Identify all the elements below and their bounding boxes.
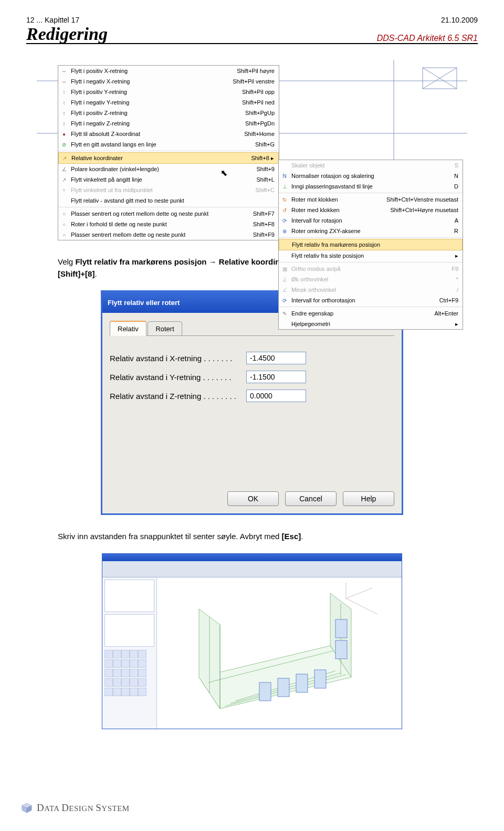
input-x[interactable] bbox=[246, 352, 306, 364]
menu-icon: ↔ bbox=[59, 67, 69, 75]
menu-item[interactable]: ↔Flytt i negativ X-retningShift+Pil vens… bbox=[58, 76, 279, 87]
menu-icon: ↗ bbox=[59, 175, 69, 184]
menu-shortcut: Shift+8 ▸ bbox=[251, 155, 274, 162]
menu-item[interactable]: ↕Flytt i negativ Z-retningShift+PgDn bbox=[58, 118, 279, 129]
menu-item[interactable]: ↗Relative koordinaterShift+8 ▸ bbox=[58, 152, 279, 164]
menu-label: Flytt i negativ X-retning bbox=[71, 78, 233, 85]
menu-label: Intervall for rotasjon bbox=[291, 217, 455, 224]
menu-icon: ∠ bbox=[280, 286, 289, 294]
menu-shortcut: Shift+PgUp bbox=[245, 110, 275, 116]
menu-item: ×Flytt vinkelrett ut fra midtpunktetShif… bbox=[58, 185, 279, 195]
menu-label: Flytt i positiv X-retning bbox=[71, 68, 237, 74]
menu-item[interactable]: ⟳Intervall for rotasjonA bbox=[279, 215, 463, 226]
header-right: 21.10.2009 bbox=[441, 16, 478, 24]
menu-icon: ○ bbox=[59, 220, 69, 228]
svg-rect-16 bbox=[259, 682, 271, 701]
cube-icon bbox=[21, 802, 33, 814]
context-submenu: Skaler objektSNNormaliser rotasjon og sk… bbox=[278, 160, 463, 330]
menu-item[interactable]: Hjelpegeometri▸ bbox=[279, 319, 463, 329]
menu-shortcut: N bbox=[454, 173, 458, 179]
menu-item[interactable]: ↕Flytt i positiv Y-retningShift+Pil opp bbox=[58, 87, 279, 97]
svg-rect-20 bbox=[335, 640, 347, 659]
menu-label: Flytt vinkelrett ut fra midtpunktet bbox=[71, 187, 256, 193]
menu-item[interactable]: ⟳Intervall for orthorotasjonCtrl+F9 bbox=[279, 295, 463, 306]
menu-icon: ∠ bbox=[59, 165, 69, 173]
menu-shortcut: * bbox=[456, 276, 458, 282]
menu-label: Ortho modus av/på bbox=[291, 266, 452, 272]
menu-shortcut: Alt+Enter bbox=[434, 310, 458, 317]
menu-label: Flytt relativ fra markørens posisjon bbox=[292, 241, 458, 248]
menu-item[interactable]: Flytt relativ fra siste posisjon▸ bbox=[279, 250, 463, 261]
svg-rect-18 bbox=[296, 674, 308, 692]
menu-shortcut: Shift+C bbox=[256, 187, 275, 193]
label-z: Relativ avstand i Z-retning . . . . . . … bbox=[110, 392, 246, 401]
menu-item[interactable]: ⊥Inngi plasseringsavstand til linjeD bbox=[279, 181, 463, 192]
menu-icon bbox=[280, 161, 289, 170]
menu-item[interactable]: ⊘Flytt en gitt avstand langs en linjeShi… bbox=[58, 139, 279, 150]
ok-button[interactable]: OK bbox=[227, 491, 279, 506]
menu-item[interactable]: ↗Flytt vinkelrett på angitt linjeShift+L bbox=[58, 174, 279, 185]
label-x: Relativ avstand i X-retning . . . . . . … bbox=[110, 354, 246, 363]
menu-shortcut: Shift+L bbox=[256, 176, 275, 183]
menu-label: Polare koordinater (vinkel+lengde) bbox=[71, 166, 256, 172]
menu-label: Flytt vinkelrett på angitt linje bbox=[71, 176, 256, 183]
dialog-title: Flytt relativ eller rotert bbox=[108, 299, 180, 307]
svg-line-4 bbox=[423, 68, 457, 89]
menu-item[interactable]: Flytt relativ fra markørens posisjon bbox=[279, 239, 463, 250]
menu-label: Intervall for orthorotasjon bbox=[291, 297, 439, 303]
menu-shortcut: Shift+F9 bbox=[253, 232, 275, 238]
input-y[interactable] bbox=[246, 371, 306, 383]
menu-label: Endre egenskap bbox=[291, 310, 434, 317]
menu-shortcut: R bbox=[454, 228, 458, 234]
menu-icon: ↕ bbox=[59, 98, 69, 107]
menu-icon bbox=[280, 251, 289, 260]
menu-shortcut: Shift+Ctrl+Høyre musetast bbox=[390, 207, 458, 213]
menu-item: ∠Minsk orthovinkel/ bbox=[279, 285, 463, 295]
menu-item[interactable]: ∠Polare koordinater (vinkel+lengde)Shift… bbox=[58, 164, 279, 174]
menu-shortcut: Shift+F8 bbox=[253, 221, 275, 227]
menu-icon: ↗ bbox=[60, 154, 69, 162]
menu-item[interactable]: ✎Endre egenskapAlt+Enter bbox=[279, 308, 463, 319]
menu-item[interactable]: ○Plasser sentrert og rotert mellom dette… bbox=[58, 208, 279, 219]
instruction-2: Skriv inn avstanden fra snappunktet til … bbox=[58, 531, 446, 543]
menu-label: Roter omkring ZXY-aksene bbox=[291, 228, 454, 234]
context-menu-move: ↔Flytt i positiv X-retningShift+Pil høyr… bbox=[58, 65, 279, 240]
tab-relativ[interactable]: Relativ bbox=[110, 321, 146, 336]
menu-label: Flytt til absolutt Z-koordinat bbox=[71, 131, 244, 137]
menu-item[interactable]: ↺Roter med klokkenShift+Ctrl+Høyre muset… bbox=[279, 205, 463, 215]
menu-item[interactable]: ●Flytt til absolutt Z-koordinatShift+Hom… bbox=[58, 129, 279, 139]
menu-item[interactable]: ○Roter i forhold til dette og neste punk… bbox=[58, 219, 279, 229]
menu-item[interactable]: ↔Flytt i positiv X-retningShift+Pil høyr… bbox=[58, 66, 279, 76]
menu-item[interactable]: ↕Flytt i negativ Y-retningShift+Pil ned bbox=[58, 97, 279, 108]
menu-icon: ○ bbox=[59, 209, 69, 218]
menu-label: Roter i forhold til dette og neste punkt bbox=[71, 221, 253, 227]
tab-rotert[interactable]: Rotert bbox=[148, 321, 182, 336]
menu-shortcut: Shift+Pil ned bbox=[242, 99, 275, 106]
menu-item[interactable]: ○Plasser sentrert mellom dette og neste … bbox=[58, 229, 279, 240]
cancel-button[interactable]: Cancel bbox=[285, 491, 337, 506]
menu-shortcut: S bbox=[455, 162, 458, 169]
menu-shortcut: F9 bbox=[452, 266, 458, 272]
menu-icon: ⊘ bbox=[59, 140, 69, 149]
svg-rect-3 bbox=[423, 68, 457, 89]
menu-icon: ↕ bbox=[59, 109, 69, 117]
menu-icon: ↕ bbox=[59, 119, 69, 128]
menu-icon: × bbox=[59, 186, 69, 194]
menu-icon: ▦ bbox=[280, 265, 289, 273]
menu-item[interactable]: NNormaliser rotasjon og skaleringN bbox=[279, 171, 463, 181]
menu-label: Flytt i negativ Z-retning bbox=[71, 120, 245, 127]
menu-label: Normaliser rotasjon og skalering bbox=[291, 173, 454, 179]
menu-label: Roter med klokken bbox=[291, 207, 390, 213]
help-button[interactable]: Help bbox=[343, 491, 394, 506]
menu-item[interactable]: Flytt relativ - avstand gitt med to nest… bbox=[58, 195, 279, 206]
svg-rect-17 bbox=[278, 678, 289, 697]
menu-shortcut: A bbox=[455, 217, 458, 224]
menu-shortcut: ▸ bbox=[455, 253, 458, 259]
input-z[interactable] bbox=[246, 390, 306, 402]
menu-item[interactable]: ⊛Roter omkring ZXY-akseneR bbox=[279, 226, 463, 236]
menu-item[interactable]: ↕Flytt i positiv Z-retningShift+PgUp bbox=[58, 108, 279, 118]
menu-icon: ● bbox=[59, 130, 69, 138]
menu-shortcut: Shift+Home bbox=[244, 131, 275, 137]
menu-item[interactable]: ↻Roter mot klokkenShift+Ctrl+Venstre mus… bbox=[279, 194, 463, 205]
menu-label: Hjelpegeometri bbox=[291, 321, 455, 327]
